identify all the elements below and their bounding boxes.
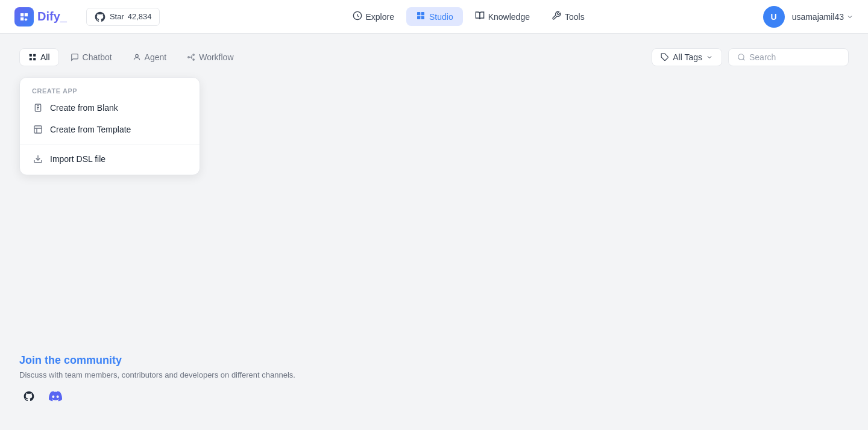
filter-workflow-label: Workflow [199, 52, 233, 62]
chatbot-icon [71, 53, 79, 61]
star-count: 42,834 [128, 12, 152, 21]
filter-agent-label: Agent [145, 52, 167, 62]
tag-icon [661, 53, 669, 61]
blank-icon [32, 103, 44, 113]
github-community-button[interactable] [19, 387, 39, 406]
agent-icon [133, 53, 141, 61]
filter-all-label: All [40, 52, 50, 62]
all-icon [28, 53, 37, 61]
logo-icon [14, 7, 34, 26]
main-area: All Chatbot Agent Workflow [0, 34, 868, 430]
filter-right: All Tags Search [652, 48, 849, 66]
svg-rect-1 [417, 12, 420, 15]
tags-label: All Tags [673, 52, 702, 62]
nav-studio[interactable]: Studio [406, 7, 463, 26]
filter-bar: All Chatbot Agent Workflow [19, 48, 849, 66]
svg-point-12 [193, 59, 194, 60]
community-section: Join the community Discuss with team mem… [19, 354, 295, 406]
svg-rect-17 [34, 126, 42, 133]
knowledge-icon [475, 11, 485, 22]
svg-point-10 [188, 57, 189, 58]
svg-line-15 [743, 59, 745, 61]
username-text: usamajamil43 [792, 12, 844, 22]
tools-icon [552, 11, 561, 22]
svg-point-14 [738, 54, 744, 60]
community-description: Discuss with team members, contributors … [19, 370, 295, 379]
tools-label: Tools [565, 12, 585, 22]
dropdown-section-label: CREATE APP [20, 83, 200, 97]
nav-tools[interactable]: Tools [542, 7, 594, 26]
filter-tab-workflow[interactable]: Workflow [178, 48, 242, 66]
nav-right: U usamajamil43 [763, 6, 854, 28]
knowledge-label: Knowledge [488, 12, 530, 22]
nav-center: Explore Studio Knowledge [174, 7, 763, 26]
top-navigation: Dify_ Star 42,834 Explore Studio [0, 0, 868, 34]
github-community-icon [23, 390, 35, 402]
import-icon [32, 154, 44, 164]
tags-chevron-icon [706, 54, 713, 61]
tags-button[interactable]: All Tags [652, 48, 722, 66]
search-icon [737, 53, 746, 61]
create-template-label: Create from Template [50, 125, 131, 134]
discord-community-icon [49, 390, 62, 403]
search-box[interactable]: Search [728, 48, 849, 66]
filter-tab-agent[interactable]: Agent [124, 48, 176, 66]
create-blank-label: Create from Blank [50, 103, 118, 113]
logo-text: Dify_ [37, 10, 67, 23]
github-star-button[interactable]: Star 42,834 [86, 8, 160, 26]
studio-label: Studio [429, 12, 453, 22]
import-dsl-label: Import DSL file [50, 154, 105, 164]
workflow-icon [187, 53, 195, 61]
create-app-dropdown: CREATE APP Create from Blank Create from… [19, 77, 200, 175]
svg-rect-4 [421, 16, 424, 19]
filter-tab-all[interactable]: All [19, 48, 59, 66]
explore-icon [353, 11, 362, 22]
github-icon [94, 11, 106, 23]
filter-chatbot-label: Chatbot [83, 52, 112, 62]
import-dsl-item[interactable]: Import DSL file [20, 148, 200, 170]
explore-label: Explore [366, 12, 394, 22]
studio-icon [416, 11, 426, 22]
svg-rect-5 [30, 54, 32, 57]
logo[interactable]: Dify_ [14, 7, 67, 26]
svg-point-11 [193, 54, 194, 55]
chevron-down-icon [846, 13, 854, 20]
svg-rect-2 [421, 12, 424, 15]
user-menu[interactable]: usamajamil43 [792, 12, 854, 22]
svg-rect-8 [33, 58, 36, 60]
search-placeholder: Search [749, 52, 776, 62]
svg-rect-3 [417, 16, 420, 19]
create-template-item[interactable]: Create from Template [20, 119, 200, 140]
discord-community-button[interactable] [46, 387, 65, 406]
community-title[interactable]: Join the community [19, 354, 295, 367]
user-avatar[interactable]: U [763, 6, 785, 28]
filter-tabs: All Chatbot Agent Workflow [19, 48, 243, 66]
filter-tab-chatbot[interactable]: Chatbot [61, 48, 121, 66]
svg-rect-6 [33, 54, 36, 57]
dropdown-divider [20, 144, 200, 145]
community-icons [19, 387, 295, 406]
star-label: Star [110, 12, 124, 21]
svg-point-9 [135, 54, 138, 57]
template-icon [32, 125, 44, 134]
nav-explore[interactable]: Explore [343, 7, 404, 26]
create-blank-item[interactable]: Create from Blank [20, 97, 200, 119]
nav-knowledge[interactable]: Knowledge [465, 7, 539, 26]
svg-rect-7 [30, 58, 32, 60]
